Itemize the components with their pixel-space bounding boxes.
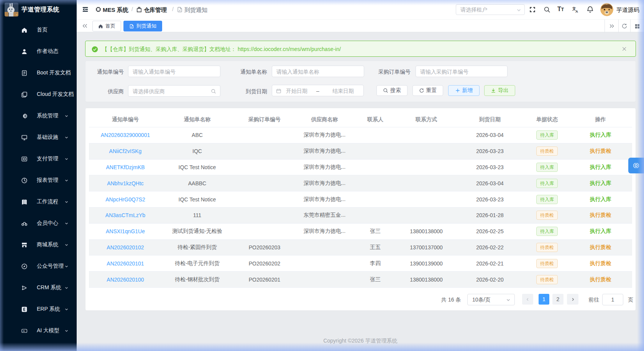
svg-text:AI: AI — [23, 330, 25, 332]
svg-text:A: A — [575, 10, 578, 13]
